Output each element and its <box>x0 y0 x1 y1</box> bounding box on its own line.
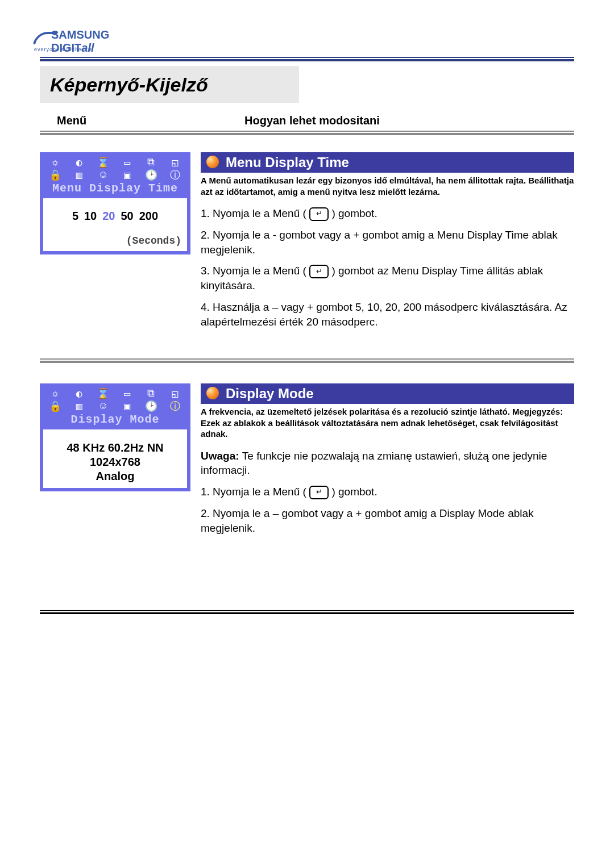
logo-suffix: all <box>81 41 94 54</box>
osd-title: Menu Display Time <box>43 182 187 195</box>
info-icon: ⓘ <box>168 400 182 412</box>
contrast-icon: ◐ <box>72 388 86 399</box>
osd-icon-row-1: ☼ ◐ ⌛ ▭ ⧉ ◱ <box>43 157 187 168</box>
section-menu-display-time: ☼ ◐ ⌛ ▭ ⧉ ◱ 🔒 ▥ ☺ ▣ 🕑 ⓘ Menu Display Tim… <box>40 152 574 336</box>
osd2-line2: 1024x768 <box>49 455 181 469</box>
page-title: Képernyő-Kijelző <box>50 74 289 96</box>
enter-icon: ↵ <box>309 265 329 278</box>
section2-desc: A frekvencia, az üzemeltető jelzések pol… <box>201 406 574 440</box>
sun-icon: ☼ <box>48 157 62 168</box>
note-bold: Uwaga: <box>201 450 242 462</box>
sub-rule-thin <box>40 131 574 132</box>
osd2-line1: 48 KHz 60.2Hz NN <box>49 441 181 455</box>
s2-step1: 1. Nyomja le a Menű ( ↵ ) gombot. <box>201 485 574 499</box>
footer-rule-thin <box>40 610 574 611</box>
heading-display-mode: Display Mode <box>201 383 574 404</box>
osd-icon-row-2: 🔒 ▥ ☺ ▣ 🕑 ⓘ <box>43 169 187 181</box>
zoom-icon: ◱ <box>168 157 182 168</box>
section1-desc: A Menű automatikusan lezár egy bizonyos … <box>201 175 574 197</box>
colortemp-icon: ▥ <box>72 169 86 181</box>
top-rule-thin <box>40 57 574 58</box>
osd-units-label: (Seconds) <box>49 235 181 247</box>
title-bar: Képernyő-Kijelző <box>40 66 299 103</box>
section2-steps: Uwaga: Te funkcje nie pozwalają na zmian… <box>201 449 574 536</box>
subheader-howto: Hogyan lehet modositani <box>244 114 574 127</box>
section-display-mode: ☼ ◐ ⌛ ▭ ⧉ ◱ 🔒 ▥ ☺ ▣ 🕑 ⓘ Display Mode <box>40 383 574 542</box>
osd-opt-20-selected: 20 <box>102 210 115 223</box>
s1-step3: 3. Nyomja le a Menű ( ↵ ) gombot az Menu… <box>201 264 574 293</box>
osd-seconds-row: 5 10 20 50 200 <box>49 210 181 223</box>
subheader-menu: Menű <box>57 114 244 127</box>
info-icon: ⓘ <box>168 169 182 181</box>
sub-headers: Menű Hogyan lehet modositani <box>40 114 574 127</box>
osd2-icon-row-1: ☼ ◐ ⌛ ▭ ⧉ ◱ <box>43 388 187 399</box>
heading2-text: Display Mode <box>226 386 314 401</box>
contrast-icon: ◐ <box>72 157 86 168</box>
document-page: SAMSUNG DIGITall everyone's invitedTM Ké… <box>0 0 614 648</box>
heading-menu-display-time: Menu Display Time <box>201 152 574 173</box>
mid-rule-thick <box>40 361 574 363</box>
colortemp-icon: ▥ <box>72 400 86 412</box>
sun-icon: ☼ <box>48 388 62 399</box>
clock-icon: 🕑 <box>144 400 158 412</box>
sub-rule-thick <box>40 133 574 135</box>
osd-opt-5: 5 <box>72 210 78 223</box>
footer-rule-thick <box>40 612 574 614</box>
osd2-icon-row-2: 🔒 ▥ ☺ ▣ 🕑 ⓘ <box>43 400 187 412</box>
enter-icon: ↵ <box>309 207 329 221</box>
mid-rule-thin <box>40 358 574 360</box>
section1-steps: 1. Nyomja le a Menű ( ↵ ) gombot. 2. Nyo… <box>201 206 574 329</box>
osd2-body: 48 KHz 60.2Hz NN 1024x768 Analog <box>49 441 181 483</box>
osd-opt-200: 200 <box>139 210 158 223</box>
zoom-icon: ◱ <box>168 388 182 399</box>
bullet-sphere-icon <box>206 156 219 168</box>
s1-step1: 1. Nyomja le a Menű ( ↵ ) gombot. <box>201 206 574 221</box>
hpos-icon: ▭ <box>121 157 134 168</box>
s1-step4: 4. Használja a – vagy + gombot 5, 10, 20… <box>201 300 574 329</box>
osd-opt-50: 50 <box>121 210 134 223</box>
logo-text: SAMSUNG DIGITall <box>51 28 131 55</box>
s2-step2: 2. Nyomja le a – gombot vagy a + gombot … <box>201 506 574 535</box>
osd2-line3: Analog <box>49 469 181 483</box>
vpos-icon: ⧉ <box>144 388 158 399</box>
s1-step2: 2. Nyomja le a - gombot vagy a + gombot … <box>201 228 574 257</box>
lock-icon: 🔒 <box>48 400 62 412</box>
hsize-icon: ▣ <box>121 169 134 181</box>
clock-icon: 🕑 <box>144 169 158 181</box>
osd2-title: Display Mode <box>43 413 187 426</box>
s2-note: Uwaga: Te funkcje nie pozwalają na zmian… <box>201 449 574 478</box>
hourglass-icon: ⌛ <box>96 388 110 399</box>
osd-opt-10: 10 <box>84 210 97 223</box>
osd-display-mode: ☼ ◐ ⌛ ▭ ⧉ ◱ 🔒 ▥ ☺ ▣ 🕑 ⓘ Display Mode <box>40 383 190 491</box>
top-rule-thick <box>40 59 574 61</box>
lock-icon: 🔒 <box>48 169 62 181</box>
hsize-icon: ▣ <box>121 400 134 412</box>
logo-block: SAMSUNG DIGITall everyone's invitedTM <box>34 28 574 53</box>
bullet-sphere-icon <box>206 387 219 399</box>
language-icon: ☺ <box>96 400 110 412</box>
language-icon: ☺ <box>96 169 110 181</box>
hourglass-icon: ⌛ <box>96 157 110 168</box>
osd-menu-display-time: ☼ ◐ ⌛ ▭ ⧉ ◱ 🔒 ▥ ☺ ▣ 🕑 ⓘ Menu Display Tim… <box>40 152 190 254</box>
vpos-icon: ⧉ <box>144 157 158 168</box>
heading-text: Menu Display Time <box>226 155 349 170</box>
hpos-icon: ▭ <box>121 388 134 399</box>
enter-icon: ↵ <box>309 486 329 499</box>
